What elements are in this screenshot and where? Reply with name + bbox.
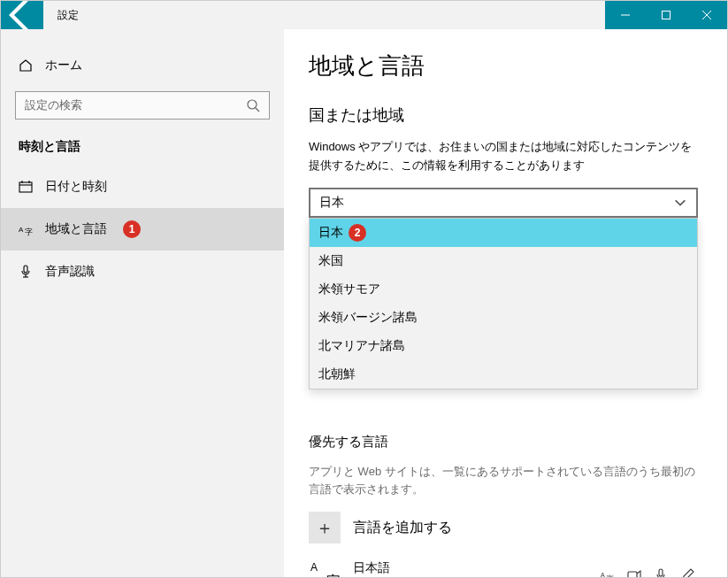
add-button[interactable]: ＋ (309, 512, 341, 543)
svg-line-5 (256, 108, 259, 112)
sidebar-item-label: 日付と時刻 (45, 179, 107, 195)
close-button[interactable] (686, 1, 727, 29)
content-pane: 地域と言語 国または地域 Windows やアプリでは、お住まいの国または地域に… (284, 29, 727, 577)
dropdown-option-label: 北朝鮮 (318, 366, 356, 382)
add-language-label: 言語を追加する (353, 519, 452, 537)
language-entry[interactable]: A 字 日本語 Windows の表示言語 A字 (309, 559, 695, 577)
dropdown-option[interactable]: 北マリアナ諸島 (310, 332, 697, 360)
search-placeholder: 設定の検索 (25, 97, 82, 113)
display-language-icon: A字 (600, 567, 616, 577)
home-link[interactable]: ホーム (1, 49, 284, 82)
dropdown-option[interactable]: 米領サモア (310, 275, 697, 304)
svg-text:字: 字 (25, 227, 33, 236)
svg-point-4 (248, 100, 257, 109)
annotation-badge-1: 1 (123, 220, 141, 238)
sidebar-section-header: 時刻と言語 (1, 135, 284, 166)
add-language-row[interactable]: ＋ 言語を追加する (309, 512, 695, 543)
home-label: ホーム (45, 58, 82, 73)
dropdown-option[interactable]: 米国 (310, 247, 697, 275)
sidebar-item-label: 地域と言語 (45, 221, 107, 237)
language-subtitle: Windows の表示言語 (353, 576, 587, 577)
dropdown-option[interactable]: 北朝鮮 (310, 360, 697, 389)
region-combo-value: 日本 (319, 195, 344, 211)
sidebar: ホーム 設定の検索 時刻と言語 日付と時刻 A字 地域と言語 1 音声認識 (1, 29, 284, 577)
region-description: Windows やアプリでは、お住まいの国または地域に対応したコンテンツを提供す… (309, 138, 695, 175)
text-to-speech-icon (626, 567, 642, 577)
svg-rect-18 (659, 569, 663, 576)
language-icon: A字 (19, 222, 33, 236)
language-feature-icons: A字 (600, 567, 695, 577)
plus-icon: ＋ (316, 516, 333, 540)
svg-rect-12 (24, 266, 27, 273)
pref-lang-description: アプリと Web サイトは、一覧にあるサポートされている言語のうち最初の言語で表… (309, 463, 695, 500)
maximize-button[interactable] (646, 1, 686, 29)
region-dropdown: 日本 2 米国 米領サモア 米領バージン諸島 北マリアナ諸島 北朝鮮 (309, 218, 698, 389)
dropdown-option-label: 米国 (318, 253, 343, 269)
page-title: 地域と言語 (309, 50, 695, 81)
dropdown-option[interactable]: 米領バージン諸島 (310, 304, 697, 332)
back-button[interactable] (1, 1, 43, 29)
svg-rect-1 (663, 12, 671, 19)
region-combo: 日本 日本 2 米国 米領サモア 米領バージン諸島 北マリアナ諸島 北朝鮮 (309, 188, 695, 218)
dropdown-option[interactable]: 日本 2 (310, 219, 697, 247)
sidebar-item-speech[interactable]: 音声認識 (1, 250, 284, 293)
svg-text:A: A (601, 572, 605, 577)
search-icon (246, 98, 260, 112)
dropdown-option-label: 日本 (318, 225, 343, 241)
pref-lang-header: 優先する言語 (309, 434, 695, 451)
svg-text:字: 字 (607, 574, 614, 577)
titlebar: 設定 (1, 1, 727, 29)
sidebar-item-label: 音声認識 (45, 264, 95, 280)
svg-rect-6 (19, 182, 32, 192)
region-header: 国または地域 (309, 104, 695, 126)
language-name: 日本語 (353, 560, 587, 576)
microphone-icon (19, 265, 33, 279)
speech-recognition-icon (653, 567, 669, 577)
dropdown-option-label: 北マリアナ諸島 (318, 338, 405, 354)
language-glyph-icon: A 字 (309, 559, 341, 577)
window-title: 設定 (43, 1, 79, 29)
sidebar-item-region-language[interactable]: A字 地域と言語 1 (1, 208, 284, 250)
svg-rect-17 (628, 572, 637, 577)
dropdown-option-label: 米領サモア (318, 281, 380, 297)
annotation-badge-2: 2 (349, 224, 366, 242)
region-combo-button[interactable]: 日本 (309, 188, 698, 218)
calendar-icon (19, 180, 33, 194)
home-icon (19, 58, 33, 73)
sidebar-item-datetime[interactable]: 日付と時刻 (1, 166, 284, 208)
dropdown-option-label: 米領バージン諸島 (318, 310, 418, 326)
minimize-button[interactable] (605, 1, 646, 29)
chevron-down-icon (673, 196, 687, 210)
handwriting-icon (679, 567, 695, 577)
search-input[interactable]: 設定の検索 (15, 91, 270, 119)
svg-text:A: A (19, 226, 24, 234)
